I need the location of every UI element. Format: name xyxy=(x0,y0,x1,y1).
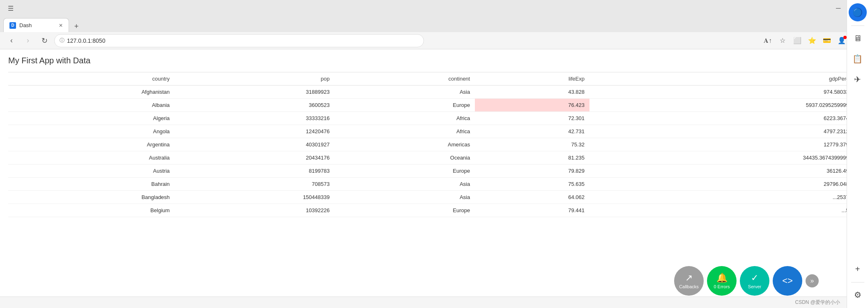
data-table: country pop continent lifeExp gdpPercap … xyxy=(8,72,860,217)
forward-button[interactable]: › xyxy=(21,34,35,47)
cell-lifeExp: 79.829 xyxy=(475,164,589,178)
cell-pop: 40301927 xyxy=(175,138,334,151)
table-row[interactable]: Bangladesh150448339Asia64.062...253792 xyxy=(8,191,860,204)
cell-lifeExp: 64.062 xyxy=(475,191,589,204)
cell-pop: 708573 xyxy=(175,178,334,191)
new-tab-button[interactable]: + xyxy=(71,21,82,32)
bell-icon: 🔔 xyxy=(716,273,728,283)
url-text: 127.0.0.1:8050 xyxy=(67,37,105,44)
callbacks-label: Callbacks xyxy=(679,284,699,289)
browser-tab[interactable]: D Dash ✕ xyxy=(3,18,69,32)
cell-pop: 8199783 xyxy=(175,164,334,178)
edge-sidebar-add[interactable]: + xyxy=(849,260,867,278)
cell-country: Austria xyxy=(8,164,175,178)
cell-pop: 33333216 xyxy=(175,112,334,125)
table-row[interactable]: Austria8199783Europe79.82936126.4927 xyxy=(8,164,860,178)
table-row[interactable]: Argentina40301927Americas75.3212779.3796… xyxy=(8,138,860,151)
check-icon: ✓ xyxy=(751,273,758,283)
code-icon: <> xyxy=(782,276,793,286)
address-bar[interactable]: ⓘ 127.0.0.1:8050 xyxy=(54,34,424,47)
cell-pop: 12420476 xyxy=(175,125,334,138)
cell-country: Bangladesh xyxy=(8,191,175,204)
cell-gdpPercap: 12779.37964 xyxy=(589,138,860,151)
cell-continent: Asia xyxy=(334,86,475,99)
tab-title: Dash xyxy=(19,22,32,28)
cell-country: Albania xyxy=(8,99,175,112)
cell-gdpPercap: 29796.04834 xyxy=(589,178,860,191)
edge-sidebar-clipboard[interactable]: 📋 xyxy=(849,50,867,68)
col-header-country: country xyxy=(8,72,175,86)
col-header-continent: continent xyxy=(334,72,475,86)
cell-continent: Asia xyxy=(334,191,475,204)
cell-gdpPercap: 36126.4927 xyxy=(589,164,860,178)
cell-country: Angola xyxy=(8,125,175,138)
cell-lifeExp: 42.731 xyxy=(475,125,589,138)
table-row[interactable]: Bahrain708573Asia75.63529796.04834 xyxy=(8,178,860,191)
tab-close-icon[interactable]: ✕ xyxy=(59,23,63,28)
server-button[interactable]: ✓ Server xyxy=(740,266,769,296)
table-row[interactable]: Belgium10392226Europe79.441...508 xyxy=(8,204,860,217)
minimize-button[interactable]: ─ xyxy=(836,5,840,12)
refresh-button[interactable]: ↻ xyxy=(38,34,51,47)
cell-country: Algeria xyxy=(8,112,175,125)
cell-country: Bahrain xyxy=(8,178,175,191)
read-aloud-icon[interactable]: 𝐀↑ xyxy=(761,34,774,47)
split-screen-icon[interactable]: ⬜ xyxy=(791,34,804,47)
cell-lifeExp: 43.828 xyxy=(475,86,589,99)
cell-lifeExp: 75.635 xyxy=(475,178,589,191)
back-button[interactable]: ‹ xyxy=(5,34,18,47)
cell-lifeExp: 75.32 xyxy=(475,138,589,151)
cell-gdpPercap: ...508 xyxy=(589,204,860,217)
col-header-lifeexp: lifeExp xyxy=(475,72,589,86)
cell-pop: 10392226 xyxy=(175,204,334,217)
cell-pop: 3600523 xyxy=(175,99,334,112)
cell-gdpPercap: 974.5803384 xyxy=(589,86,860,99)
table-row[interactable]: Afghanistan31889923Asia43.828974.5803384 xyxy=(8,86,860,99)
cell-gdpPercap: 4797.231267 xyxy=(589,125,860,138)
table-row[interactable]: Australia20434176Oceania81.23534435.3674… xyxy=(8,151,860,164)
cell-country: Belgium xyxy=(8,204,175,217)
cell-lifeExp: 81.235 xyxy=(475,151,589,164)
edge-copilot-icon[interactable]: 🔵 xyxy=(849,3,867,21)
cell-country: Afghanistan xyxy=(8,86,175,99)
col-header-gdppercap: gdpPercap xyxy=(589,72,860,86)
code-button[interactable]: <> xyxy=(773,266,802,296)
cell-pop: 31889923 xyxy=(175,86,334,99)
table-row[interactable]: Albania3600523Europe76.4235937.029525999… xyxy=(8,99,860,112)
cell-continent: Europe xyxy=(334,164,475,178)
cell-gdpPercap: ...253792 xyxy=(589,191,860,204)
sidebar-toggle[interactable]: ☰ xyxy=(5,2,16,14)
server-label: Server xyxy=(748,284,761,289)
cell-country: Argentina xyxy=(8,138,175,151)
callbacks-button[interactable]: ↗ Callbacks xyxy=(674,266,704,296)
tab-favicon: D xyxy=(9,22,16,29)
favorites-icon[interactable]: ☆ xyxy=(776,34,789,47)
cell-pop: 20434176 xyxy=(175,151,334,164)
page-title: My First App with Data xyxy=(8,56,860,65)
edge-sidebar-discover[interactable]: 🖥 xyxy=(849,29,867,47)
errors-label: 0 Errors xyxy=(714,284,730,289)
cell-gdpPercap: 6223.367465 xyxy=(589,112,860,125)
table-row[interactable]: Algeria33333216Africa72.3016223.367465 xyxy=(8,112,860,125)
cell-pop: 150448339 xyxy=(175,191,334,204)
edge-sidebar-settings[interactable]: ⚙ xyxy=(849,286,867,304)
notification-badge xyxy=(843,36,847,39)
cell-continent: Africa xyxy=(334,125,475,138)
collections-icon[interactable]: ⭐ xyxy=(806,34,819,47)
attribution-text: CSDN @爱学的小小 xyxy=(795,299,840,306)
callbacks-icon: ↗ xyxy=(685,273,693,283)
cell-continent: Americas xyxy=(334,138,475,151)
edge-sidebar-travel[interactable]: ✈ xyxy=(849,70,867,88)
cell-continent: Africa xyxy=(334,112,475,125)
cell-continent: Oceania xyxy=(334,151,475,164)
cell-continent: Asia xyxy=(334,178,475,191)
table-row[interactable]: Angola12420476Africa42.7314797.231267 xyxy=(8,125,860,138)
col-header-pop: pop xyxy=(175,72,334,86)
wallet-icon[interactable]: 💳 xyxy=(820,34,833,47)
cell-lifeExp: 76.423 xyxy=(475,99,589,112)
security-icon: ⓘ xyxy=(60,37,64,44)
errors-button[interactable]: 🔔 0 Errors xyxy=(707,266,737,296)
more-button[interactable]: » xyxy=(806,274,819,287)
cell-country: Australia xyxy=(8,151,175,164)
cell-continent: Europe xyxy=(334,204,475,217)
